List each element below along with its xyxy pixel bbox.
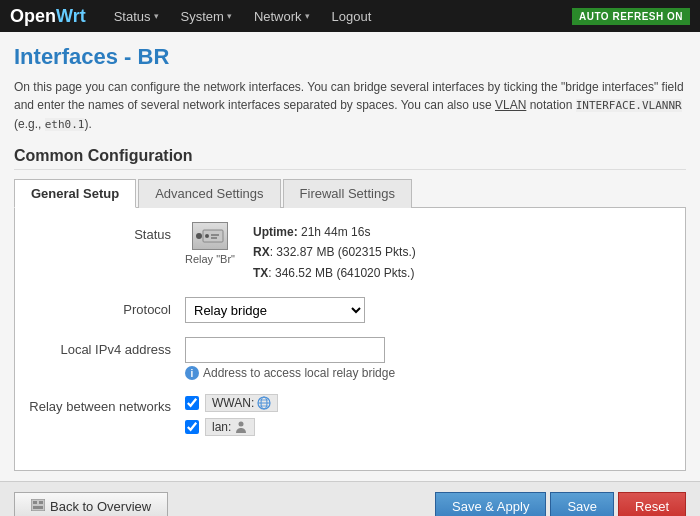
local-ipv4-row: Local IPv4 address i Address to access l…	[25, 337, 675, 380]
nav-system-label: System	[181, 9, 224, 24]
footer: Back to Overview Save & Apply Save Reset	[0, 481, 700, 516]
local-ipv4-help-text: Address to access local relay bridge	[203, 366, 395, 380]
tx-value: 346.52 MB (641020 Pkts.)	[275, 266, 414, 280]
back-label: Back to Overview	[50, 499, 151, 514]
vlan-code: INTERFACE.VLANNR	[576, 99, 682, 112]
nav-status[interactable]: Status ▾	[104, 4, 169, 29]
network-lan-badge: lan:	[205, 418, 255, 436]
network-wwan-badge: WWAN:	[205, 394, 278, 412]
protocol-field: Relay bridge Static address DHCP client …	[185, 297, 675, 323]
relay-icon-block: Relay "Br"	[185, 222, 235, 265]
info-icon: i	[185, 366, 199, 380]
status-content: Relay "Br" Uptime: 21h 44m 16s RX: 332.8…	[185, 222, 675, 283]
network-lan-name: lan:	[212, 420, 231, 434]
page-title: Interfaces - BR	[14, 44, 686, 70]
local-ipv4-field: i Address to access local relay bridge	[185, 337, 675, 380]
reset-button[interactable]: Reset	[618, 492, 686, 516]
status-label: Status	[25, 222, 185, 242]
nav-items: Status ▾ System ▾ Network ▾ Logout	[104, 4, 572, 29]
local-ipv4-help: i Address to access local relay bridge	[185, 366, 675, 380]
top-nav: OpenWrt Status ▾ System ▾ Network ▾ Logo…	[0, 0, 700, 32]
nav-logout[interactable]: Logout	[322, 4, 382, 29]
status-text: Uptime: 21h 44m 16s RX: 332.87 MB (60231…	[253, 222, 416, 283]
brand-logo: OpenWrt	[10, 6, 86, 27]
svg-point-1	[205, 234, 209, 238]
tx-line: TX: 346.52 MB (641020 Pkts.)	[253, 263, 416, 283]
desc-eg: (e.g.,	[14, 117, 41, 131]
nav-system-caret: ▾	[227, 11, 232, 21]
config-tabs: General Setup Advanced Settings Firewall…	[14, 178, 686, 208]
tx-label: TX	[253, 266, 268, 280]
overview-icon	[31, 499, 45, 511]
relay-networks-row: Relay between networks WWAN:	[25, 394, 675, 442]
tab-general-setup[interactable]: General Setup	[14, 179, 136, 208]
nav-network-label: Network	[254, 9, 302, 24]
network-lan-item: lan:	[185, 418, 675, 436]
relay-networks-label: Relay between networks	[25, 394, 185, 414]
rx-value: 332.87 MB (602315 Pkts.)	[276, 245, 415, 259]
back-icon	[31, 499, 45, 514]
status-row: Status Relay "Br"	[25, 222, 675, 283]
rx-label: RX	[253, 245, 270, 259]
network-wwan-name: WWAN:	[212, 396, 254, 410]
nav-network-caret: ▾	[305, 11, 310, 21]
svg-rect-12	[39, 501, 43, 504]
footer-right-buttons: Save & Apply Save Reset	[435, 492, 686, 516]
nav-system[interactable]: System ▾	[171, 4, 242, 29]
local-ipv4-label: Local IPv4 address	[25, 337, 185, 357]
svg-rect-2	[211, 234, 219, 236]
svg-point-9	[239, 422, 244, 427]
save-button[interactable]: Save	[550, 492, 614, 516]
auto-refresh-badge: AUTO REFRESH ON	[572, 8, 690, 25]
page-content: Interfaces - BR On this page you can con…	[0, 32, 700, 481]
save-apply-button[interactable]: Save & Apply	[435, 492, 546, 516]
svg-rect-10	[31, 499, 45, 511]
nav-status-caret: ▾	[154, 11, 159, 21]
protocol-row: Protocol Relay bridge Static address DHC…	[25, 297, 675, 323]
brand-wrt: Wrt	[56, 6, 86, 26]
back-to-overview-button[interactable]: Back to Overview	[14, 492, 168, 516]
form-area: Status Relay "Br"	[14, 208, 686, 471]
example-code: eth0.1	[45, 118, 85, 131]
network-wwan-checkbox[interactable]	[185, 396, 199, 410]
relay-networks-field: WWAN: lan:	[185, 394, 675, 442]
page-description: On this page you can configure the netwo…	[14, 78, 686, 133]
person-icon	[234, 420, 248, 434]
nav-logout-label: Logout	[332, 9, 372, 24]
desc-notation: notation	[530, 98, 573, 112]
rx-line: RX: 332.87 MB (602315 Pkts.)	[253, 242, 416, 262]
globe-icon	[257, 396, 271, 410]
local-ipv4-input[interactable]	[185, 337, 385, 363]
uptime-value: 21h 44m 16s	[301, 225, 370, 239]
tab-firewall-settings[interactable]: Firewall Settings	[283, 179, 412, 208]
svg-rect-11	[33, 501, 37, 504]
section-common-config: Common Configuration	[14, 147, 686, 170]
desc-end: ).	[84, 117, 91, 131]
svg-rect-13	[33, 506, 43, 509]
uptime-line: Uptime: 21h 44m 16s	[253, 222, 416, 242]
network-wwan-item: WWAN:	[185, 394, 675, 412]
brand-open: Open	[10, 6, 56, 26]
protocol-label: Protocol	[25, 297, 185, 317]
nav-network[interactable]: Network ▾	[244, 4, 320, 29]
network-lan-checkbox[interactable]	[185, 420, 199, 434]
relay-icon-label: Relay "Br"	[185, 253, 235, 265]
uptime-label: Uptime:	[253, 225, 298, 239]
tab-advanced-settings[interactable]: Advanced Settings	[138, 179, 280, 208]
svg-rect-3	[211, 237, 217, 239]
relay-icon-box	[192, 222, 228, 250]
relay-device-icon	[202, 227, 224, 245]
nav-status-label: Status	[114, 9, 151, 24]
status-field: Relay "Br" Uptime: 21h 44m 16s RX: 332.8…	[185, 222, 675, 283]
protocol-select[interactable]: Relay bridge Static address DHCP client …	[185, 297, 365, 323]
vlan-label: VLAN	[495, 98, 526, 112]
